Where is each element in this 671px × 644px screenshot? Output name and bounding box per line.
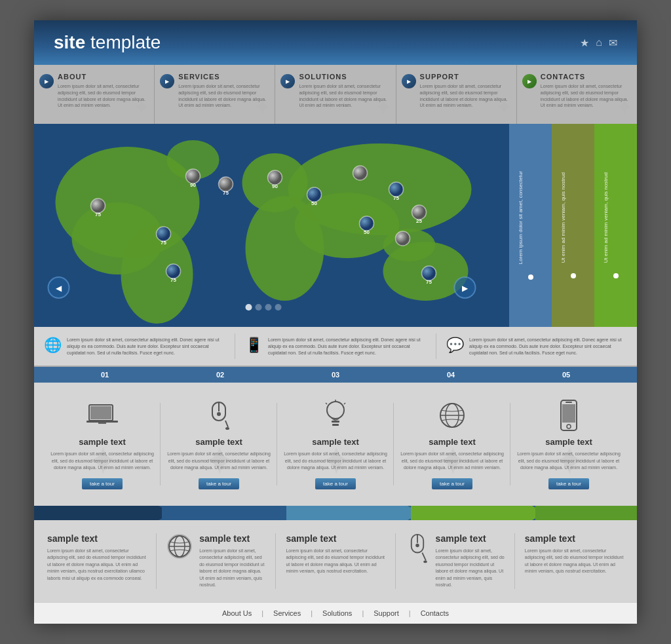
svg-point-3	[121, 225, 193, 324]
svg-point-41	[265, 304, 272, 311]
svg-line-57	[344, 403, 345, 404]
svg-rect-44	[90, 406, 111, 419]
timeline-arrows-svg	[34, 506, 637, 520]
svg-point-26	[396, 231, 410, 246]
take-tour-btn-3[interactable]: take a tour	[432, 478, 472, 489]
panel-dot-olive	[571, 273, 576, 278]
svg-point-22	[389, 182, 404, 197]
svg-point-24	[360, 216, 374, 231]
feature-mouse-icon	[208, 399, 229, 432]
footer-link-contacts[interactable]: Contacts	[421, 609, 449, 617]
map-panel-green-text: Ut enim ad minim veniam, quis nostrud	[602, 172, 629, 263]
feature-desc-3: Lorem ipsum dolor sit amet, consectetur …	[400, 451, 504, 472]
map-panel-blue-text: Lorem ipsum dolor sit amet, consectetur	[517, 171, 544, 264]
world-map-svg: 75 90 75 90	[34, 124, 509, 327]
bottom-col-3-text: sample text Lorem ipsum dolor sit amet, …	[436, 533, 505, 589]
stat-chat-icon: 💬	[446, 337, 464, 354]
map-panel-olive-text: Ut enim ad minim veniam, quis nostrud	[560, 172, 586, 263]
bottom-col-title-1: sample text	[199, 533, 265, 544]
svg-rect-53	[332, 421, 339, 423]
take-tour-btn-0[interactable]: take a tour	[82, 478, 123, 489]
svg-marker-65	[34, 506, 172, 520]
svg-text:▶: ▶	[462, 284, 469, 293]
footer: About Us | Services | Solutions | Suppor…	[34, 602, 637, 624]
svg-point-33	[422, 266, 436, 280]
footer-link-support[interactable]: Support	[374, 609, 399, 617]
home-icon[interactable]: ⌂	[596, 37, 602, 49]
take-tour-btn-4[interactable]: take a tour	[548, 478, 589, 489]
star-icon[interactable]: ★	[580, 37, 589, 49]
nav-item-about[interactable]: ▶ ABOUT Lorem ipsum dolor sit amet, cons…	[34, 65, 155, 124]
svg-marker-68	[411, 506, 545, 520]
svg-text:75: 75	[170, 277, 176, 283]
footer-link-about[interactable]: About Us	[222, 609, 252, 617]
feature-item-0: ✦ sample text Lorem ipsum dolor sit amet…	[47, 392, 157, 496]
svg-text:75: 75	[426, 279, 432, 285]
svg-text:75: 75	[223, 190, 229, 196]
nav-arrow-solutions: ▶	[280, 74, 295, 88]
header: site template ★ ⌂ ✉	[34, 20, 637, 65]
map-panel-olive: Ut enim ad minim veniam, quis nostrud	[552, 124, 594, 327]
footer-divider-2: |	[362, 609, 364, 617]
svg-marker-67	[286, 506, 421, 520]
stats-row: 🌐 Lorem ipsum dolor sit amet, consectetu…	[34, 327, 637, 367]
svg-point-52	[327, 402, 344, 419]
svg-point-15	[219, 177, 233, 191]
bottom-col-3: sample text Lorem ipsum dolor sit amet, …	[406, 533, 505, 589]
svg-point-40	[256, 304, 262, 311]
feature-num-1: 01	[47, 371, 163, 379]
nav-watermark-services: ✦	[254, 97, 269, 119]
map-panel-green: Ut enim ad minim veniam, quis nostrud	[594, 124, 637, 327]
logo: site template	[54, 32, 161, 53]
bottom-col-title-4: sample text	[525, 533, 624, 544]
svg-point-11	[91, 199, 105, 213]
feature-num-2: 02	[163, 371, 278, 379]
footer-link-solutions[interactable]: Solutions	[322, 609, 352, 617]
map-panel-blue: Lorem ipsum dolor sit amet, consectetur	[509, 124, 552, 327]
stat-mobile-icon: 📱	[245, 337, 263, 354]
nav-item-contacts[interactable]: ▶ CONTACTS Lorem ipsum dolor sit amet, c…	[517, 65, 637, 124]
stat-item-1: 📱 Lorem ipsum dolor sit amet, consectetu…	[235, 333, 436, 359]
svg-rect-62	[562, 404, 575, 423]
features-grid: ✦ sample text Lorem ipsum dolor sit amet…	[34, 383, 637, 506]
feature-desc-2: Lorem ipsum dolor sit amet, consectetur …	[284, 451, 387, 472]
feature-bulb-icon	[324, 399, 347, 432]
feature-desc-4: Lorem ipsum dolor sit amet, consectetur …	[517, 451, 621, 472]
footer-link-services[interactable]: Services	[273, 609, 301, 617]
svg-point-51	[225, 427, 229, 430]
feature-phone-icon	[559, 399, 579, 432]
stat-item-0: 🌐 Lorem ipsum dolor sit amet, consectetu…	[34, 333, 235, 359]
stat-globe-icon: 🌐	[44, 337, 62, 354]
svg-text:50: 50	[364, 229, 370, 235]
bottom-divider-2	[395, 533, 396, 589]
timeline-section	[34, 506, 637, 520]
footer-divider-1: |	[311, 609, 313, 617]
feature-item-3: ✦ sample text Lorem ipsum dolor sit amet…	[397, 392, 507, 496]
svg-point-76	[415, 544, 419, 548]
stat-text-0: Lorem ipsum dolor sit amet, consectetur …	[67, 337, 225, 356]
bottom-divider-3	[514, 533, 515, 589]
svg-rect-64	[566, 402, 572, 403]
email-icon[interactable]: ✉	[609, 37, 617, 49]
nav-item-solutions[interactable]: ▶ SOLUTIONS Lorem ipsum dolor sit amet, …	[275, 65, 396, 124]
svg-point-9	[383, 229, 436, 261]
svg-text:50: 50	[311, 200, 317, 206]
feature-title-0: sample text	[79, 437, 126, 447]
svg-text:25: 25	[416, 218, 422, 224]
nav-arrow-support: ▶	[402, 74, 416, 88]
panel-dot-blue	[528, 275, 533, 280]
svg-text:90: 90	[272, 183, 278, 189]
nav-item-services[interactable]: ▶ SERVICES Lorem ipsum dolor sit amet, c…	[155, 65, 275, 124]
nav-item-support[interactable]: ▶ SUPPORT Lorem ipsum dolor sit amet, co…	[396, 65, 517, 124]
take-tour-btn-2[interactable]: take a tour	[315, 478, 356, 489]
footer-divider-3: |	[409, 609, 411, 617]
nav-arrow-contacts: ▶	[522, 74, 537, 88]
svg-rect-46	[98, 423, 106, 424]
nav-arrow-about: ▶	[39, 74, 54, 88]
feature-globe2-icon	[438, 399, 467, 432]
feature-laptop-icon	[86, 399, 118, 432]
nav-title-solutions: SOLUTIONS	[299, 73, 390, 81]
take-tour-btn-1[interactable]: take a tour	[199, 478, 239, 489]
svg-rect-45	[86, 421, 118, 423]
bottom-col-title-0: sample text	[47, 533, 146, 544]
